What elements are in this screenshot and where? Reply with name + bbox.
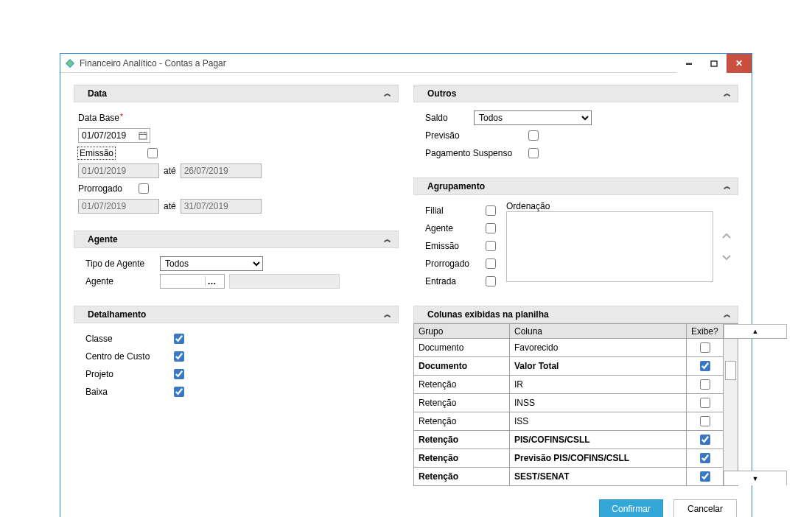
cell-grupo: Retenção xyxy=(414,468,510,486)
svg-rect-2 xyxy=(711,61,717,66)
detalhamento-label: Baixa xyxy=(85,387,167,397)
svg-rect-3 xyxy=(139,133,147,139)
panel-colunas-title: Colunas exibidas na planilha xyxy=(427,309,549,320)
detalhamento-row: Centro de Custo xyxy=(85,348,394,365)
detalhamento-label: Centro de Custo xyxy=(85,351,167,362)
scroll-thumb[interactable] xyxy=(725,361,736,380)
cell-exibe xyxy=(687,431,724,449)
prorrogado-checkbox[interactable] xyxy=(139,183,149,194)
exibe-checkbox[interactable] xyxy=(700,361,710,371)
col-header-coluna[interactable]: Coluna xyxy=(510,324,687,339)
collapse-icon: ︽ xyxy=(724,88,730,99)
agrupamento-row: Entrada xyxy=(425,273,506,289)
detalhamento-checkbox[interactable] xyxy=(174,369,184,379)
panel-detalhamento-header[interactable]: Detalhamento ︽ xyxy=(74,306,399,323)
panel-agente-header[interactable]: Agente ︽ xyxy=(74,231,399,248)
data-base-input[interactable] xyxy=(78,128,150,143)
table-row[interactable]: RetençãoSEST/SENAT xyxy=(414,468,724,486)
agrupamento-label: Agente xyxy=(425,223,478,233)
table-scrollbar[interactable]: ▲ ▼ xyxy=(724,323,738,486)
ordenacao-listbox[interactable] xyxy=(506,211,713,282)
cell-grupo: Documento xyxy=(414,339,510,357)
detalhamento-checkbox[interactable] xyxy=(174,387,184,397)
exibe-checkbox[interactable] xyxy=(700,379,710,390)
exibe-checkbox[interactable] xyxy=(700,416,710,426)
cell-coluna: ISS xyxy=(510,412,687,431)
titlebar: Financeiro Analítico - Contas a Pagar ✕ xyxy=(60,54,752,73)
exibe-checkbox[interactable] xyxy=(700,342,710,353)
panel-colunas: Colunas exibidas na planilha ︽ Grupo Col… xyxy=(413,306,738,486)
table-row[interactable]: RetençãoIR xyxy=(414,376,724,394)
lookup-dots-icon[interactable]: … xyxy=(205,276,218,286)
table-row[interactable]: DocumentoFavorecido xyxy=(414,339,724,357)
table-row[interactable]: RetençãoISS xyxy=(414,412,724,431)
confirm-button[interactable]: Confirmar xyxy=(599,499,663,517)
close-button[interactable]: ✕ xyxy=(727,54,752,73)
detalhamento-checkbox[interactable] xyxy=(174,334,184,344)
panel-agrupamento-header[interactable]: Agrupamento ︽ xyxy=(413,177,738,195)
emissao-checkbox[interactable] xyxy=(147,148,158,158)
minimize-button[interactable] xyxy=(676,54,701,73)
detalhamento-row: Baixa xyxy=(85,384,394,400)
panel-data-header[interactable]: Data ︽ xyxy=(74,85,399,102)
emissao-from xyxy=(78,163,159,178)
saldo-select[interactable]: Todos xyxy=(474,110,592,125)
col-header-grupo[interactable]: Grupo xyxy=(414,324,510,339)
data-base-label: Data Base xyxy=(78,113,123,123)
panel-outros-header[interactable]: Outros ︽ xyxy=(413,85,738,102)
collapse-icon: ︽ xyxy=(384,234,391,245)
panel-data-title: Data xyxy=(88,88,107,99)
app-icon xyxy=(65,58,75,68)
scroll-down-icon[interactable]: ▼ xyxy=(724,471,787,485)
col-header-exibe[interactable]: Exibe? xyxy=(687,324,724,339)
tipo-agente-select[interactable]: Todos xyxy=(160,256,263,271)
panel-colunas-header[interactable]: Colunas exibidas na planilha ︽ xyxy=(413,306,738,323)
dialog-window: Financeiro Analítico - Contas a Pagar ✕ … xyxy=(60,53,752,517)
agrupamento-checkbox[interactable] xyxy=(486,205,496,216)
table-row[interactable]: RetençãoPrevisão PIS/COFINS/CSLL xyxy=(414,449,724,468)
move-down-button[interactable] xyxy=(719,250,734,265)
detalhamento-checkbox[interactable] xyxy=(174,351,184,362)
agrupamento-checkbox[interactable] xyxy=(486,258,496,269)
detalhamento-row: Classe xyxy=(85,331,394,347)
pag-susp-checkbox[interactable] xyxy=(528,148,539,158)
window-title: Financeiro Analítico - Contas a Pagar xyxy=(80,58,676,68)
agrupamento-row: Emissão xyxy=(425,238,506,254)
agente-lookup-input[interactable] xyxy=(161,275,205,288)
table-row[interactable]: DocumentoValor Total xyxy=(414,357,724,376)
move-up-button[interactable] xyxy=(719,228,734,243)
exibe-checkbox[interactable] xyxy=(700,435,710,445)
agrupamento-checkbox[interactable] xyxy=(486,223,496,233)
exibe-checkbox[interactable] xyxy=(700,471,710,482)
agrupamento-checkbox[interactable] xyxy=(486,241,496,251)
ate-label-2: até xyxy=(164,201,176,211)
calendar-icon[interactable] xyxy=(136,131,150,140)
table-row[interactable]: RetençãoINSS xyxy=(414,394,724,412)
prorrogado-to xyxy=(181,199,262,214)
cell-coluna: Favorecido xyxy=(510,339,687,357)
cancel-button[interactable]: Cancelar xyxy=(673,499,737,517)
left-column: Data ︽ Data Base xyxy=(74,85,399,486)
panel-agente-title: Agente xyxy=(88,234,118,245)
detalhamento-label: Classe xyxy=(85,334,167,344)
table-row[interactable]: RetençãoPIS/COFINS/CSLL xyxy=(414,431,724,449)
agrupamento-label: Emissão xyxy=(425,241,478,251)
maximize-button[interactable] xyxy=(701,54,727,73)
agrupamento-label: Entrada xyxy=(425,276,478,286)
detalhamento-body: ClasseCentro de CustoProjetoBaixa xyxy=(74,323,399,407)
data-base-field[interactable] xyxy=(79,129,136,142)
colunas-table: Grupo Coluna Exibe? DocumentoFavorecidoD… xyxy=(413,323,724,486)
collapse-icon: ︽ xyxy=(384,88,391,99)
cell-exibe xyxy=(687,394,724,412)
exibe-checkbox[interactable] xyxy=(700,398,710,408)
scroll-up-icon[interactable]: ▲ xyxy=(724,324,787,339)
previsao-checkbox[interactable] xyxy=(528,130,539,141)
agrupamento-checkbox[interactable] xyxy=(486,276,496,286)
right-column: Outros ︽ Saldo Todos Previsão xyxy=(413,85,738,486)
agrupamento-label: Prorrogado xyxy=(425,258,478,269)
agrupamento-row: Agente xyxy=(425,220,506,236)
cell-exibe xyxy=(687,468,724,486)
exibe-checkbox[interactable] xyxy=(700,453,710,463)
pag-susp-label: Pagamento Suspenso xyxy=(425,148,521,158)
agente-lookup[interactable]: … xyxy=(160,274,225,289)
